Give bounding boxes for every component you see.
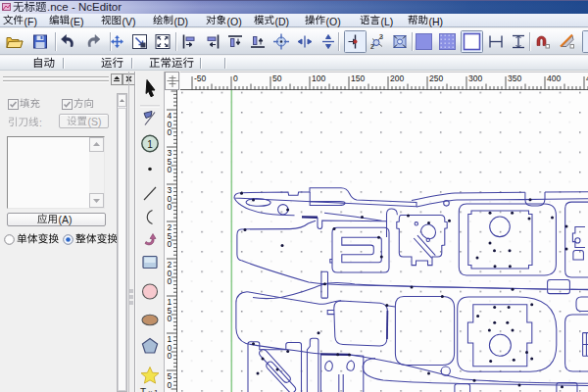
svg-text:0: 0 xyxy=(168,127,172,137)
svg-text:0: 0 xyxy=(168,202,172,212)
svg-text:×: × xyxy=(148,388,153,392)
svg-text:3: 3 xyxy=(379,33,383,40)
svg-text:400: 400 xyxy=(547,73,561,82)
svg-text:0: 0 xyxy=(168,276,172,286)
svg-text:50: 50 xyxy=(272,73,282,82)
svg-text:200: 200 xyxy=(390,73,404,82)
svg-text:0: 0 xyxy=(168,239,172,249)
svg-text:-50: -50 xyxy=(194,73,207,82)
svg-text:0: 0 xyxy=(168,165,172,174)
svg-text:100: 100 xyxy=(312,73,325,82)
svg-text:0: 0 xyxy=(168,314,172,323)
svg-text:150: 150 xyxy=(351,73,365,82)
svg-text:250: 250 xyxy=(429,73,443,82)
svg-text:1: 1 xyxy=(154,388,159,392)
svg-text:0: 0 xyxy=(168,380,172,390)
svg-text:350: 350 xyxy=(508,73,521,82)
svg-text:0: 0 xyxy=(233,73,238,82)
svg-text:1: 1 xyxy=(147,138,153,149)
svg-text:2: 2 xyxy=(370,43,374,50)
svg-text:T: T xyxy=(140,387,146,392)
svg-text:300: 300 xyxy=(468,73,482,82)
svg-text:0: 0 xyxy=(168,351,172,361)
